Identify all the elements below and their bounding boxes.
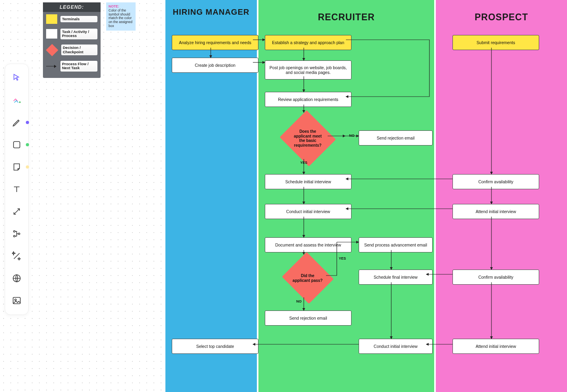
node-attend-final[interactable]: Attend initial interview xyxy=(452,339,539,354)
arrow-icon xyxy=(46,61,57,71)
node-confirm-availability-1[interactable]: Confirm availability xyxy=(452,174,539,189)
magic-tool[interactable] xyxy=(11,250,23,262)
edge-label-yes: YES xyxy=(300,161,307,165)
svg-rect-0 xyxy=(14,142,20,148)
node-create-job-description[interactable]: Create job description xyxy=(172,58,258,73)
node-document-assess[interactable]: Document and assess the interview xyxy=(265,237,351,252)
node-establish-strategy[interactable]: Establish a strategy and approach plan xyxy=(265,35,351,50)
edge-label-no: NO xyxy=(349,134,355,138)
node-post-openings[interactable]: Post job openings on website, job boards… xyxy=(265,60,351,80)
note-title: NOTE: xyxy=(109,4,119,8)
legend-label: Process Flow / Next Task xyxy=(60,61,97,72)
node-review-requirements[interactable]: Review application requirements xyxy=(265,92,351,107)
connector-tool[interactable] xyxy=(11,206,23,217)
svg-point-2 xyxy=(14,235,15,237)
select-tool[interactable] xyxy=(11,72,23,84)
legend-card[interactable]: LEGEND: Terminals Task / Activity / Proc… xyxy=(43,2,101,78)
node-submit-requirements[interactable]: Submit requirements xyxy=(452,35,539,50)
legend-row-flow: Process Flow / Next Task xyxy=(43,58,101,74)
web-tool[interactable] xyxy=(11,272,23,284)
note-body: Color of the symbol should match the col… xyxy=(109,9,133,28)
node-conduct-initial[interactable]: Conduct initial interview xyxy=(265,204,351,219)
node-send-rejection-2[interactable]: Send rejection email xyxy=(265,310,351,326)
pen-color-indicator xyxy=(26,121,29,124)
svg-point-6 xyxy=(15,299,16,301)
lane-header: HIRING MANAGER xyxy=(165,8,257,16)
lane-header: RECRUITER xyxy=(258,12,434,23)
text-tool[interactable] xyxy=(11,183,23,195)
node-advancement-email[interactable]: Send process advancement email xyxy=(359,237,433,252)
left-toolbar xyxy=(5,64,29,315)
node-conduct-final[interactable]: Conduct initial interview xyxy=(359,339,433,354)
node-confirm-availability-2[interactable]: Confirm availability xyxy=(452,270,539,285)
shape-tool[interactable] xyxy=(11,139,23,151)
task-shape-icon xyxy=(46,29,57,39)
legend-row-task: Task / Activity / Process xyxy=(43,26,101,42)
node-analyze-requirements[interactable]: Analyze hiring requirements and needs xyxy=(172,35,258,50)
legend-title: LEGEND: xyxy=(43,2,101,12)
image-tool[interactable] xyxy=(11,295,23,307)
lane-prospect[interactable]: PROSPECT xyxy=(436,0,567,392)
node-send-rejection-1[interactable]: Send rejection email xyxy=(359,130,433,146)
sticky-note-tool[interactable] xyxy=(11,161,23,173)
ai-draw-tool[interactable] xyxy=(11,94,23,106)
note-sticky[interactable]: NOTE: Color of the symbol should match t… xyxy=(106,2,136,31)
node-schedule-final[interactable]: Schedule final interview xyxy=(359,270,433,285)
shape-color-indicator xyxy=(26,143,29,146)
lane-recruiter[interactable]: RECRUITER xyxy=(258,0,434,392)
svg-point-1 xyxy=(14,231,15,232)
terminal-shape-icon xyxy=(46,14,57,24)
node-select-top-candidate[interactable]: Select top candidate xyxy=(172,339,258,354)
legend-label: Terminals xyxy=(60,16,97,22)
sticky-color-indicator xyxy=(26,165,29,169)
legend-row-terminal: Terminals xyxy=(43,12,101,26)
legend-row-decision: Decision / Checkpoint xyxy=(43,42,101,58)
decision-shape-icon xyxy=(46,44,58,56)
node-schedule-initial[interactable]: Schedule initial interview xyxy=(265,174,351,189)
edge-label-no: NO xyxy=(296,299,302,303)
legend-label: Decision / Checkpoint xyxy=(61,45,97,55)
lane-header: PROSPECT xyxy=(436,12,567,23)
mindmap-tool[interactable] xyxy=(11,228,23,240)
svg-point-3 xyxy=(18,233,20,235)
pen-tool[interactable] xyxy=(11,116,23,128)
legend-label: Task / Activity / Process xyxy=(60,29,97,39)
node-attend-initial-1[interactable]: Attend initial interview xyxy=(452,204,539,219)
edge-label-yes: YES xyxy=(339,256,346,260)
